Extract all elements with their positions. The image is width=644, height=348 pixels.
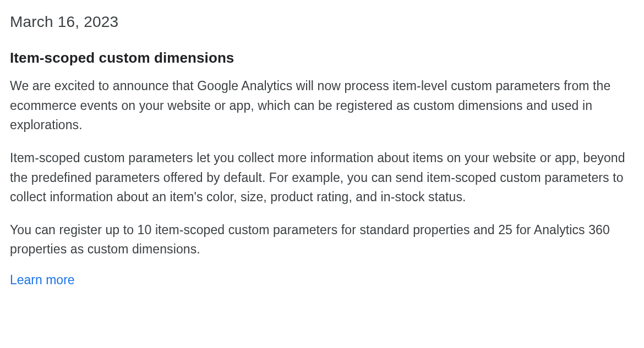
release-paragraph: Item-scoped custom parameters let you co… <box>10 148 634 207</box>
release-paragraph: You can register up to 10 item-scoped cu… <box>10 220 634 259</box>
release-heading: Item-scoped custom dimensions <box>10 49 634 67</box>
release-paragraph: We are excited to announce that Google A… <box>10 76 634 135</box>
release-note-article: March 16, 2023 Item-scoped custom dimens… <box>10 13 634 288</box>
learn-more-link[interactable]: Learn more <box>10 273 75 288</box>
release-date: March 16, 2023 <box>10 13 634 31</box>
